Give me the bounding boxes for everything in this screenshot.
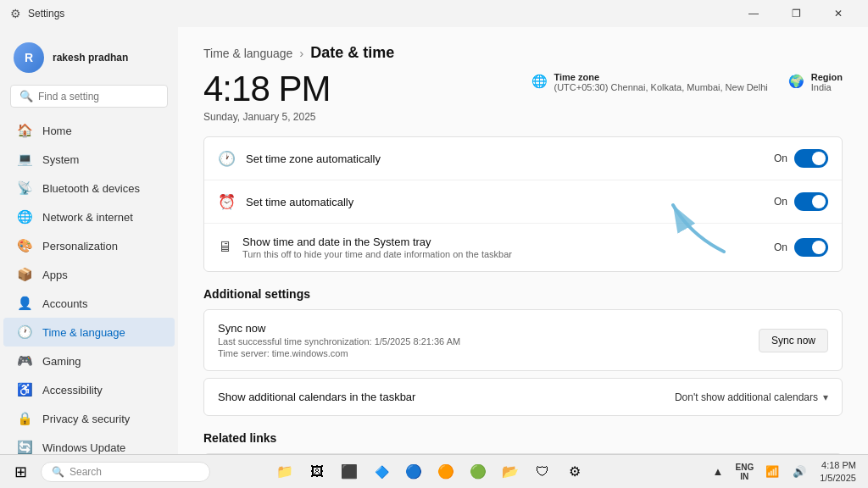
region-label: Region — [811, 72, 843, 82]
auto-timezone-control: On — [774, 149, 828, 168]
auto-time-control: On — [774, 192, 828, 211]
show-systray-label: Show time and date in the System tray — [242, 236, 764, 248]
minimize-button[interactable]: — — [734, 0, 773, 27]
show-systray-row: 🖥 Show time and date in the System tray … — [204, 224, 842, 271]
gaming-icon: 🎮 — [17, 353, 32, 369]
sync-server: Time server: time.windows.com — [218, 348, 759, 358]
sidebar-item-network[interactable]: 🌐 Network & internet — [3, 202, 175, 231]
auto-time-icon: ⏰ — [218, 193, 236, 211]
update-icon: 🔄 — [17, 440, 32, 454]
user-name: rakesh pradhan — [53, 52, 128, 64]
related-links-title: Related links — [203, 431, 843, 445]
volume-icon-tray[interactable]: 🔊 — [787, 463, 811, 480]
sidebar-item-accessibility[interactable]: ♿ Accessibility — [3, 375, 175, 404]
sidebar-item-bluetooth[interactable]: 📡 Bluetooth & devices — [3, 174, 175, 202]
taskbar-search-box[interactable]: 🔍 Search — [41, 462, 210, 482]
home-icon: 🏠 — [17, 123, 32, 138]
sidebar: R rakesh pradhan 🔍 🏠 Home 💻 System 📡 Blu… — [0, 27, 178, 454]
nav-label-time: Time & language — [42, 326, 125, 339]
sync-now-button[interactable]: Sync now — [759, 329, 828, 352]
timezone-value: (UTC+05:30) Chennai, Kolkata, Mumbai, Ne… — [554, 82, 768, 92]
bluetooth-icon: 📡 — [17, 180, 32, 196]
settings-icon: ⚙ — [10, 7, 21, 20]
lang-line1: ENG — [735, 463, 754, 472]
sync-title: Sync now — [218, 322, 759, 335]
maximize-button[interactable]: ❐ — [776, 0, 815, 27]
taskbar-app-edge[interactable]: 🔵 — [400, 458, 427, 485]
system-clock[interactable]: 4:18 PM 1/5/2025 — [815, 458, 861, 485]
show-systray-control: On — [774, 238, 828, 257]
sidebar-item-gaming[interactable]: 🎮 Gaming — [3, 347, 175, 375]
window-controls: — ❐ ✕ — [734, 0, 858, 27]
taskbar-app-terminal[interactable]: ⬛ — [336, 458, 363, 485]
network-icon-tray[interactable]: 📶 — [760, 463, 784, 480]
nav-label-personalization: Personalization — [42, 240, 118, 252]
timezone-label: Time zone — [554, 72, 768, 82]
search-box[interactable]: 🔍 — [10, 85, 168, 108]
sync-last: Last successful time synchronization: 1/… — [218, 336, 759, 347]
auto-time-toggle[interactable] — [794, 192, 828, 211]
auto-time-row: ⏰ Set time automatically On — [204, 180, 842, 224]
timezone-info: 🌐 Time zone (UTC+05:30) Chennai, Kolkata… — [531, 72, 768, 92]
time-icon: 🕐 — [17, 324, 32, 340]
clock-date: 1/5/2025 — [820, 472, 856, 484]
nav-label-system: System — [42, 153, 79, 166]
tray-expand-icon: ▲ — [713, 465, 724, 478]
taskbar-app-vscode[interactable]: 🔷 — [368, 458, 395, 485]
accounts-icon: 👤 — [17, 296, 32, 311]
sidebar-item-personalization[interactable]: 🎨 Personalization — [3, 231, 175, 260]
network-icon: 🌐 — [17, 209, 32, 225]
taskbar-right: ▲ ENG IN 📶 🔊 4:18 PM 1/5/2025 — [708, 458, 861, 485]
auto-time-on-label: On — [774, 196, 787, 208]
region-icon: 🌍 — [788, 74, 804, 89]
user-profile[interactable]: R rakesh pradhan — [0, 34, 178, 85]
title-bar-text: Settings — [28, 8, 64, 19]
taskbar-app-mail[interactable]: 🟢 — [465, 458, 492, 485]
volume-tray-icon: 🔊 — [793, 465, 806, 478]
close-button[interactable]: ✕ — [819, 0, 858, 27]
sidebar-item-update[interactable]: 🔄 Windows Update — [3, 433, 175, 454]
taskbar: ⊞ 🔍 Search 📁 🖼 ⬛ 🔷 🔵 🟠 🟢 📂 🛡 ⚙ ▲ ENG IN — [0, 454, 868, 488]
taskbar-app-files[interactable]: 📂 — [497, 458, 524, 485]
calendar-chevron-icon: ▾ — [823, 391, 828, 403]
nav-label-gaming: Gaming — [42, 355, 81, 368]
system-tray[interactable]: ▲ — [708, 463, 729, 480]
breadcrumb-separator: › — [299, 46, 303, 60]
breadcrumb-current: Date & time — [310, 44, 394, 62]
taskbar-app-explorer[interactable]: 📁 — [271, 458, 298, 485]
show-systray-icon: 🖥 — [218, 239, 232, 256]
show-systray-toggle[interactable] — [794, 238, 828, 257]
calendar-value: Don't show additional calendars — [675, 391, 818, 403]
breadcrumb: Time & language › Date & time — [203, 44, 843, 62]
network-tray-icon: 📶 — [765, 465, 779, 478]
taskbar-app-antivirus[interactable]: 🛡 — [529, 458, 556, 485]
windows-icon: ⊞ — [14, 463, 27, 481]
auto-time-text: Set time automatically — [246, 196, 764, 208]
sidebar-item-system[interactable]: 💻 System — [3, 145, 175, 174]
taskbar-app-photos[interactable]: 🖼 — [303, 458, 331, 485]
calendar-select[interactable]: Don't show additional calendars ▾ — [675, 391, 828, 403]
nav-label-network: Network & internet — [42, 211, 133, 224]
sidebar-item-time[interactable]: 🕐 Time & language — [3, 318, 175, 347]
taskbar-app-chrome[interactable]: 🟠 — [432, 458, 459, 485]
main-content: Time & language › Date & time 4:18 PM Su… — [178, 27, 868, 454]
sidebar-item-accounts[interactable]: 👤 Accounts — [3, 289, 175, 318]
start-button[interactable]: ⊞ — [7, 458, 34, 485]
sidebar-item-home[interactable]: 🏠 Home — [3, 116, 175, 145]
main-wrapper: Time & language › Date & time 4:18 PM Su… — [178, 27, 868, 454]
privacy-icon: 🔒 — [17, 411, 32, 426]
language-indicator[interactable]: ENG IN — [732, 461, 757, 483]
nav-label-accessibility: Accessibility — [42, 384, 103, 396]
search-input[interactable] — [38, 91, 159, 103]
sync-info: Sync now Last successful time synchroniz… — [218, 322, 759, 358]
sync-card: Sync now Last successful time synchroniz… — [203, 309, 843, 371]
auto-timezone-row: 🕐 Set time zone automatically On — [204, 137, 842, 180]
taskbar-app-settings[interactable]: ⚙ — [561, 458, 588, 485]
avatar: R — [14, 42, 44, 73]
taskbar-search-icon: 🔍 — [52, 466, 64, 478]
auto-timezone-toggle[interactable] — [794, 149, 828, 168]
sidebar-item-privacy[interactable]: 🔒 Privacy & security — [3, 404, 175, 433]
personalization-icon: 🎨 — [17, 238, 32, 253]
sidebar-item-apps[interactable]: 📦 Apps — [3, 260, 175, 289]
auto-timezone-label: Set time zone automatically — [246, 152, 764, 165]
